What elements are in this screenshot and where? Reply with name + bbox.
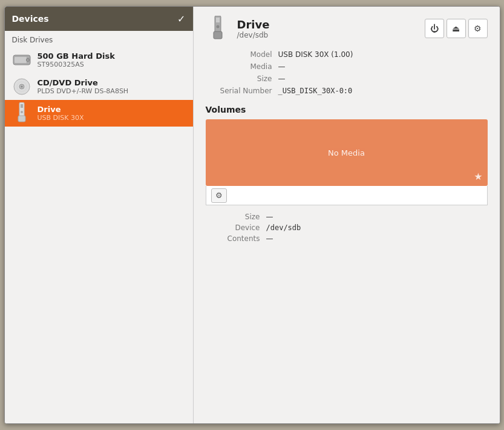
serial-label: Serial Number bbox=[206, 87, 278, 95]
settings-button[interactable]: ⚙ bbox=[468, 19, 488, 38]
svg-rect-13 bbox=[214, 31, 222, 39]
drive-usb-icon bbox=[206, 16, 230, 41]
usb-info: Drive USB DISK 30X bbox=[38, 105, 84, 122]
vol-device-label: Device bbox=[206, 223, 266, 232]
serial-value: _USB_DISK_30X-0:0 bbox=[278, 87, 488, 95]
svg-point-3 bbox=[27, 59, 28, 61]
vol-size-value: — bbox=[266, 213, 488, 221]
volume-toolbar: ⚙ bbox=[206, 186, 488, 205]
svg-rect-9 bbox=[18, 116, 25, 122]
size-label: Size bbox=[206, 74, 278, 83]
sidebar-item-usb[interactable]: Drive USB DISK 30X bbox=[5, 100, 193, 127]
drive-header-left: Drive /dev/sdb bbox=[206, 16, 270, 41]
volumes-label: Volumes bbox=[206, 105, 488, 114]
volume-bar: No Media ★ bbox=[206, 119, 488, 186]
hdd-sub: ST9500325AS bbox=[38, 61, 115, 68]
drive-subtitle: /dev/sdb bbox=[237, 31, 270, 39]
sidebar-item-cdrom[interactable]: CD/DVD Drive PLDS DVD+/-RW DS-8A8SH bbox=[5, 73, 193, 100]
app-window: Devices ✓ Disk Drives 500 GB Hard Disk S… bbox=[4, 6, 500, 424]
eject-icon: ⏏ bbox=[452, 24, 460, 33]
sidebar-header: Devices ✓ bbox=[5, 7, 193, 31]
drive-title-group: Drive /dev/sdb bbox=[237, 18, 270, 39]
no-media-text: No Media bbox=[328, 148, 365, 157]
media-label: Media bbox=[206, 62, 278, 71]
properties-table: Model USB DISK 30X (1.00) Media — Size —… bbox=[206, 50, 488, 95]
vol-contents-value: — bbox=[266, 234, 488, 243]
svg-point-11 bbox=[21, 111, 23, 113]
usb-name: Drive bbox=[38, 105, 84, 114]
svg-rect-14 bbox=[216, 18, 220, 22]
power-button[interactable]: ⏻ bbox=[425, 19, 444, 38]
svg-point-6 bbox=[21, 86, 22, 88]
vol-device-value: /dev/sdb bbox=[266, 223, 488, 232]
vol-size-label: Size bbox=[206, 213, 266, 221]
drive-title: Drive bbox=[237, 18, 270, 31]
vol-contents-label: Contents bbox=[206, 234, 266, 243]
cdrom-icon bbox=[12, 77, 31, 96]
size-value: — bbox=[278, 74, 488, 83]
model-label: Model bbox=[206, 50, 278, 59]
volume-properties: Size — Device /dev/sdb Contents — bbox=[206, 213, 488, 243]
volume-gear-icon: ⚙ bbox=[215, 191, 223, 200]
cdrom-name: CD/DVD Drive bbox=[38, 78, 129, 87]
usb-sub: USB DISK 30X bbox=[38, 114, 84, 122]
disk-drives-label: Disk Drives bbox=[5, 31, 193, 47]
svg-point-15 bbox=[216, 25, 219, 28]
check-icon: ✓ bbox=[177, 13, 185, 25]
app-layout: Devices ✓ Disk Drives 500 GB Hard Disk S… bbox=[5, 7, 500, 423]
hdd-name: 500 GB Hard Disk bbox=[38, 51, 115, 61]
cdrom-info: CD/DVD Drive PLDS DVD+/-RW DS-8A8SH bbox=[38, 78, 129, 95]
sidebar-item-hdd[interactable]: 500 GB Hard Disk ST9500325AS bbox=[5, 47, 193, 73]
sidebar: Devices ✓ Disk Drives 500 GB Hard Disk S… bbox=[5, 7, 194, 423]
star-icon: ★ bbox=[474, 171, 482, 182]
svg-rect-1 bbox=[15, 57, 27, 63]
hdd-icon bbox=[12, 50, 31, 70]
sidebar-title: Devices bbox=[12, 14, 49, 24]
hdd-info: 500 GB Hard Disk ST9500325AS bbox=[38, 51, 115, 68]
power-icon: ⏻ bbox=[430, 24, 439, 33]
gear-icon: ⚙ bbox=[474, 24, 482, 33]
svg-rect-10 bbox=[21, 104, 23, 108]
cdrom-sub: PLDS DVD+/-RW DS-8A8SH bbox=[38, 87, 129, 95]
volume-gear-button[interactable]: ⚙ bbox=[211, 188, 227, 203]
drive-header: Drive /dev/sdb ⏻ ⏏ ⚙ bbox=[206, 16, 488, 41]
model-value: USB DISK 30X (1.00) bbox=[278, 50, 488, 59]
drive-actions: ⏻ ⏏ ⚙ bbox=[425, 19, 488, 38]
main-content: Drive /dev/sdb ⏻ ⏏ ⚙ bbox=[194, 7, 500, 423]
eject-button[interactable]: ⏏ bbox=[447, 19, 466, 38]
media-value: — bbox=[278, 62, 488, 71]
usb-icon bbox=[12, 104, 31, 123]
